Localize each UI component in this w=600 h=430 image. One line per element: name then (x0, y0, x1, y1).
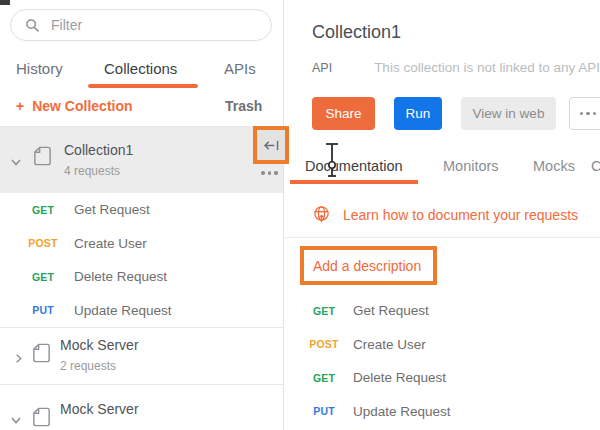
method-badge: PUT (26, 304, 60, 316)
request-name: Delete Request (74, 269, 167, 284)
request-name: Update Request (353, 404, 451, 419)
request-name: Get Request (353, 303, 429, 318)
filter-input[interactable] (51, 17, 231, 33)
filter-box[interactable] (10, 9, 272, 41)
collection-meta: 2 requests (60, 359, 116, 373)
method-badge: GET (308, 372, 340, 384)
api-status-text: This collection is not linked to any API (374, 60, 600, 75)
search-icon (25, 18, 40, 33)
window-fragment (0, 0, 10, 5)
collection-file-icon (30, 404, 53, 430)
more-options-button[interactable] (569, 97, 600, 130)
collection-row-mock-server[interactable]: Mock Server 2 requests (0, 327, 284, 385)
request-row[interactable]: GET Delete Request (285, 361, 600, 395)
request-name: Update Request (74, 303, 172, 318)
request-row[interactable]: PUT Update Request (285, 395, 600, 429)
chevron-right-icon[interactable] (13, 350, 24, 368)
active-tab-underline (290, 180, 418, 184)
sidebar-request-list: GET Get Request POST Create User GET Del… (0, 193, 284, 328)
run-button[interactable]: Run (394, 97, 442, 130)
view-in-web-button[interactable]: View in web (461, 97, 556, 130)
request-name: Create User (353, 337, 426, 352)
more-options-icon (261, 171, 265, 175)
api-link-row: API This collection is not linked to any… (312, 60, 600, 75)
toolbar: Share Run View in web (312, 97, 600, 130)
chevron-down-icon[interactable] (10, 154, 22, 172)
collection-detail-panel: Collection1 API This collection is not l… (285, 0, 600, 430)
tab-documentation[interactable]: Documentation (305, 158, 403, 174)
method-badge: GET (26, 204, 60, 216)
annotation-highlight-box: Add a description (300, 246, 437, 285)
method-badge: GET (308, 305, 340, 317)
text-cursor-pointer (321, 141, 343, 183)
new-collection-label: New Collection (32, 98, 132, 114)
more-options-icon (580, 112, 584, 116)
trash-button[interactable]: Trash (225, 98, 262, 114)
request-row[interactable]: GET Get Request (0, 193, 284, 227)
arrow-to-bar-icon (263, 139, 280, 152)
request-row[interactable]: POST Create User (285, 328, 600, 362)
tab-collections[interactable]: Collections (104, 60, 177, 77)
request-row[interactable]: GET Delete Request (0, 260, 284, 294)
tab-monitors[interactable]: Monitors (443, 158, 499, 174)
collection-name: Mock Server (60, 401, 139, 417)
annotation-highlight-box (253, 126, 289, 164)
sidebar: History Collections APIs + New Collectio… (0, 0, 284, 430)
collection-file-icon (31, 143, 54, 173)
method-badge: POST (308, 338, 340, 350)
request-name: Get Request (74, 202, 150, 217)
share-button[interactable]: Share (312, 97, 375, 130)
api-label: API (312, 60, 374, 75)
documentation-request-list: GET Get Request POST Create User GET Del… (285, 294, 600, 428)
method-badge: GET (26, 271, 60, 283)
collection-name: Collection1 (64, 142, 133, 158)
method-badge: PUT (308, 405, 340, 417)
sidebar-actions: + New Collection Trash (0, 94, 283, 124)
request-row[interactable]: GET Get Request (285, 294, 600, 328)
collapse-sidebar-button[interactable] (257, 130, 285, 160)
new-collection-button[interactable]: + New Collection (16, 98, 133, 114)
learn-documentation-link[interactable]: Learn how to document your requests (343, 207, 578, 223)
tab-history[interactable]: History (16, 60, 63, 77)
sidebar-tabs: History Collections APIs (0, 52, 283, 92)
active-tab-underline (88, 84, 198, 88)
request-row[interactable]: PUT Update Request (0, 294, 284, 328)
method-badge: POST (26, 237, 60, 249)
tab-apis[interactable]: APIs (224, 60, 256, 77)
collection-name: Mock Server (60, 337, 139, 353)
request-name: Delete Request (353, 370, 446, 385)
collection-more-options-button[interactable] (261, 171, 278, 175)
collection-meta: 4 requests (64, 164, 120, 178)
tab-changelog-truncated[interactable]: C (591, 158, 600, 174)
collection-row[interactable]: Collection1 4 requests (0, 126, 284, 193)
page-title: Collection1 (312, 22, 401, 43)
request-name: Create User (74, 236, 147, 251)
plus-icon: + (16, 98, 24, 114)
add-description-link[interactable]: Add a description (304, 258, 421, 274)
learn-banner: Learn how to document your requests (285, 192, 600, 238)
request-row[interactable]: POST Create User (0, 227, 284, 261)
chevron-down-icon[interactable] (10, 412, 22, 430)
collection-row-mock-server[interactable]: Mock Server (0, 385, 284, 430)
collection-file-icon (30, 340, 53, 370)
publish-globe-icon (312, 205, 331, 224)
tab-mocks[interactable]: Mocks (533, 158, 575, 174)
